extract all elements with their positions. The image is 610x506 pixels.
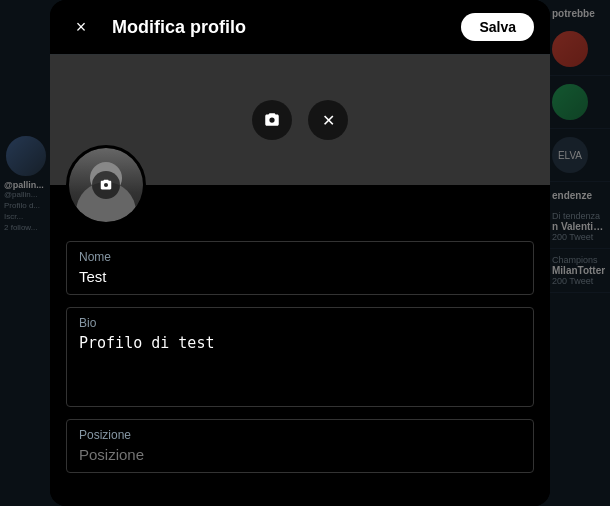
location-label: Posizione: [79, 428, 521, 442]
modal-header: × Modifica profilo Salva: [50, 0, 550, 55]
cover-remove-button[interactable]: ✕: [308, 100, 348, 140]
cover-controls: ✕: [252, 100, 348, 140]
avatar-camera-icon: [99, 178, 113, 192]
name-field-container: Nome: [66, 241, 534, 295]
close-icon: ✕: [322, 111, 335, 130]
form-area: Nome Bio Profilo di test Posizione: [50, 233, 550, 506]
bio-label: Bio: [79, 316, 521, 330]
name-input[interactable]: [79, 268, 521, 285]
location-input[interactable]: [79, 446, 521, 463]
location-field-container: Posizione: [66, 419, 534, 473]
name-label: Nome: [79, 250, 521, 264]
camera-icon: [263, 111, 281, 129]
avatar-camera-button[interactable]: [92, 171, 120, 199]
modal-title: Modifica profilo: [112, 17, 246, 38]
bio-input[interactable]: Profilo di test: [79, 334, 521, 394]
avatar-section: [50, 185, 550, 225]
edit-profile-modal: × Modifica profilo Salva ✕: [50, 0, 550, 506]
avatar-area: [66, 145, 146, 225]
close-button[interactable]: ×: [66, 12, 96, 42]
profile-section: [50, 185, 550, 233]
cover-camera-button[interactable]: [252, 100, 292, 140]
modal-header-left: × Modifica profilo: [66, 12, 246, 42]
save-button[interactable]: Salva: [461, 13, 534, 41]
bio-field-container: Bio Profilo di test: [66, 307, 534, 407]
